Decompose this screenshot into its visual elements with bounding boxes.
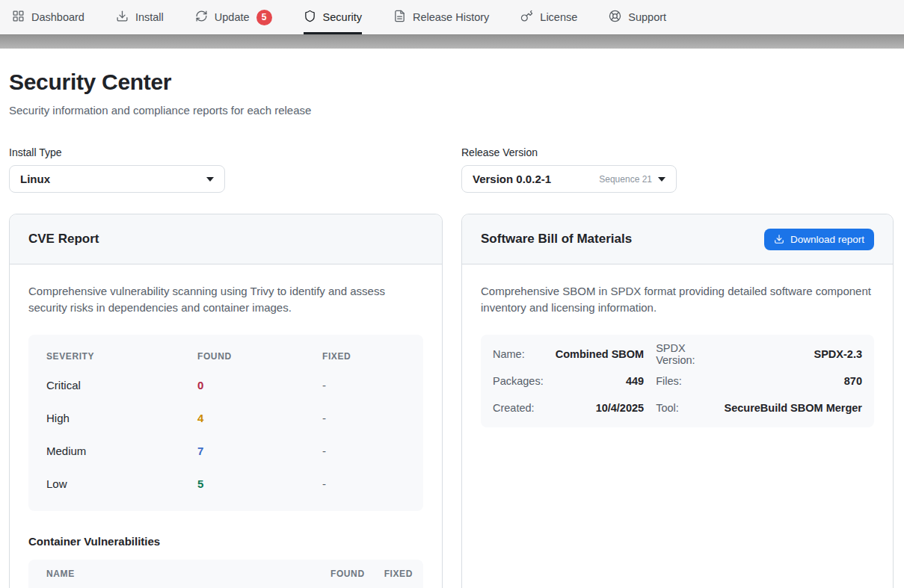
lifebuoy-icon xyxy=(609,10,621,25)
filters-row: Install Type Linux Release Version Versi… xyxy=(9,146,894,193)
col-severity: SEVERITY xyxy=(46,351,197,362)
nav-item-label: License xyxy=(540,11,577,23)
severity-label: Low xyxy=(46,477,197,490)
install-type-value: Linux xyxy=(20,173,200,185)
download-report-label: Download report xyxy=(790,234,864,245)
info-value: 10/4/2025 xyxy=(556,394,644,421)
info-value: SPDX-2.3 xyxy=(724,341,862,368)
chevron-down-icon xyxy=(206,177,214,182)
table-row: Low 5 - xyxy=(28,468,423,501)
release-version-select[interactable]: Version 0.0.2-1 Sequence 21 xyxy=(461,165,677,193)
fixed-count: - xyxy=(322,477,423,490)
divider-band xyxy=(0,34,904,49)
nav-item-release-history[interactable]: Release History xyxy=(393,0,489,34)
fixed-count: - xyxy=(322,412,423,424)
col-found: FOUND xyxy=(330,569,365,579)
found-count: 7 xyxy=(197,445,322,457)
info-value: Combined SBOM xyxy=(556,341,644,368)
table-row: Critical 0 - xyxy=(28,369,423,402)
install-type-select[interactable]: Linux xyxy=(9,165,225,193)
found-count: 4 xyxy=(197,412,322,424)
info-value: SecureBuild SBOM Merger xyxy=(724,394,862,421)
release-sequence-label: Sequence 21 xyxy=(599,174,652,185)
sbom-info-grid: Name: Combined SBOM SPDX Version: SPDX-2… xyxy=(481,335,874,427)
cve-report-header: CVE Report xyxy=(10,214,442,264)
nav-item-label: Security xyxy=(323,11,362,23)
sbom-description: Comprehensive SBOM in SPDX format provid… xyxy=(481,283,874,316)
info-label: Created: xyxy=(493,394,544,421)
release-version-label: Release Version xyxy=(461,146,894,158)
dashboard-grid-icon xyxy=(12,10,25,25)
col-name: NAME xyxy=(46,569,330,579)
info-label: Tool: xyxy=(656,394,712,421)
severity-table-header: SEVERITY FOUND FIXED xyxy=(28,344,423,369)
info-label: Name: xyxy=(493,341,544,368)
chevron-down-icon xyxy=(658,177,665,182)
main-content: Security Center Security information and… xyxy=(0,49,904,588)
severity-label: Medium xyxy=(46,445,197,457)
fixed-count: - xyxy=(322,379,423,392)
info-value: 449 xyxy=(556,368,644,394)
info-label: Files: xyxy=(656,368,712,394)
severity-label: High xyxy=(46,412,197,424)
nav-item-label: Support xyxy=(628,11,666,23)
col-fixed: FIXED xyxy=(322,351,423,362)
cve-report-card: CVE Report Comprehensive vulnerability s… xyxy=(9,214,443,588)
col-fixed: FIXED xyxy=(384,569,413,579)
cve-report-title: CVE Report xyxy=(28,232,423,247)
container-vulnerabilities-title: Container Vulnerabilities xyxy=(28,535,423,548)
nav-item-support[interactable]: Support xyxy=(609,0,666,34)
found-count: 0 xyxy=(197,379,322,392)
nav-item-update[interactable]: Update 5 xyxy=(195,0,272,34)
sbom-title: Software Bill of Materials xyxy=(481,232,764,247)
nav-item-label: Install xyxy=(135,11,164,23)
page-subtitle: Security information and compliance repo… xyxy=(9,104,894,117)
fixed-count: - xyxy=(322,445,423,457)
nav-item-security[interactable]: Security xyxy=(304,0,362,34)
severity-table: SEVERITY FOUND FIXED Critical 0 - High 4… xyxy=(28,335,423,511)
document-icon xyxy=(393,10,406,25)
update-count-badge: 5 xyxy=(256,10,272,25)
container-vulnerabilities-header: NAME FOUND FIXED xyxy=(28,560,423,588)
sbom-header: Software Bill of Materials Download repo… xyxy=(462,214,893,264)
table-row: High 4 - xyxy=(28,402,423,435)
sbom-card: Software Bill of Materials Download repo… xyxy=(461,214,894,588)
nav-item-install[interactable]: Install xyxy=(116,0,164,34)
top-nav: Dashboard Install Update 5 Security Rele… xyxy=(0,0,904,34)
cve-report-description: Comprehensive vulnerability scanning usi… xyxy=(28,283,423,316)
install-type-label: Install Type xyxy=(9,146,443,158)
key-icon xyxy=(520,10,533,25)
release-version-value: Version 0.0.2-1 xyxy=(473,173,599,185)
found-count: 5 xyxy=(197,477,322,490)
info-label: Packages: xyxy=(493,368,544,394)
col-found: FOUND xyxy=(197,351,322,362)
nav-item-label: Dashboard xyxy=(31,11,84,23)
download-icon xyxy=(774,234,784,244)
nav-item-label: Update xyxy=(215,11,250,23)
download-report-button[interactable]: Download report xyxy=(764,229,874,250)
download-icon xyxy=(116,10,129,25)
refresh-icon xyxy=(195,10,208,25)
nav-item-dashboard[interactable]: Dashboard xyxy=(12,0,84,34)
severity-label: Critical xyxy=(46,379,197,392)
info-label: SPDX Version: xyxy=(656,341,712,368)
info-value: 870 xyxy=(724,368,862,394)
table-row: Medium 7 - xyxy=(28,435,423,468)
nav-item-license[interactable]: License xyxy=(520,0,577,34)
page-title: Security Center xyxy=(9,69,894,95)
nav-item-label: Release History xyxy=(413,11,489,23)
shield-icon xyxy=(304,10,316,25)
